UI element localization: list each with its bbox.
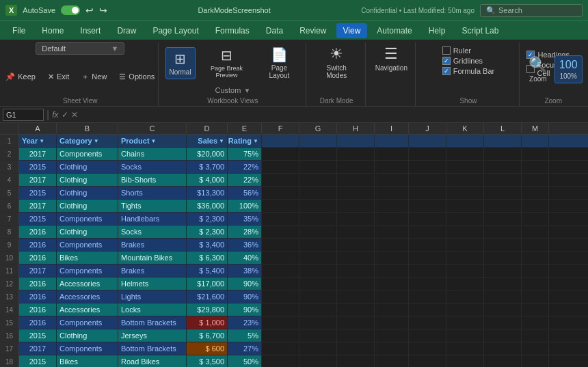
cell-l7[interactable] — [484, 213, 522, 225]
cell-i9[interactable] — [375, 239, 409, 251]
cell-c8[interactable]: Socks — [118, 226, 187, 238]
autosave-toggle[interactable] — [61, 5, 80, 15]
gridlines-checkbox[interactable]: ✓ — [442, 57, 451, 65]
undo-icon[interactable]: ↩ — [85, 5, 94, 16]
cell-a11[interactable]: 2017 — [19, 264, 57, 277]
cell-e10[interactable]: 40% — [228, 252, 262, 264]
cell-e11[interactable]: 38% — [228, 264, 262, 277]
cell-d10[interactable]: $ 6,300 — [187, 252, 228, 264]
cell-d6[interactable]: $36,000 — [187, 200, 228, 212]
cancel-icon[interactable]: ✕ — [71, 110, 78, 120]
cell-m13[interactable] — [522, 290, 549, 303]
cell-b9[interactable]: Components — [57, 239, 118, 251]
cell-a9[interactable]: 2016 — [19, 239, 57, 251]
cell-l18[interactable] — [484, 355, 522, 367]
cell-i10[interactable] — [375, 252, 409, 264]
cell-e15[interactable]: 23% — [228, 316, 262, 329]
navigation-btn[interactable]: ☰ Navigation — [371, 42, 412, 74]
cell-m4[interactable] — [522, 174, 549, 186]
cell-m18[interactable] — [522, 355, 549, 367]
cell-m8[interactable] — [522, 226, 549, 238]
cell-d2[interactable]: $20,000 — [187, 148, 228, 160]
cell-a8[interactable]: 2016 — [19, 226, 57, 238]
cell-m16[interactable] — [522, 329, 549, 342]
cell-m7[interactable] — [522, 213, 549, 225]
cell-h5[interactable] — [337, 187, 375, 199]
cell-f15[interactable] — [262, 316, 299, 329]
menu-help[interactable]: Help — [422, 23, 453, 38]
cell-h4[interactable] — [337, 174, 375, 186]
cell-k13[interactable] — [446, 290, 484, 303]
col-header-c[interactable]: C — [118, 123, 187, 134]
cell-h6[interactable] — [337, 200, 375, 212]
menu-draw[interactable]: Draw — [110, 23, 143, 38]
cell-a3[interactable]: 2015 — [19, 161, 57, 173]
cell-a14[interactable]: 2016 — [19, 303, 57, 316]
menu-home[interactable]: Home — [35, 23, 70, 38]
cell-e5[interactable]: 56% — [228, 187, 262, 199]
cell-c11[interactable]: Brakes — [118, 264, 187, 277]
cell-f5[interactable] — [262, 187, 299, 199]
cell-g1[interactable] — [299, 135, 337, 147]
cell-h13[interactable] — [337, 290, 375, 303]
new-btn[interactable]: ＋ New — [77, 70, 111, 83]
cell-m11[interactable] — [522, 264, 549, 277]
keep-btn[interactable]: 📌 Keep — [1, 71, 40, 83]
cell-k14[interactable] — [446, 303, 484, 316]
cell-c6[interactable]: Tights — [118, 200, 187, 212]
cell-l10[interactable] — [484, 252, 522, 264]
col-header-j[interactable]: J — [409, 123, 446, 134]
cell-f3[interactable] — [262, 161, 299, 173]
cell-c16[interactable]: Jerseys — [118, 329, 187, 342]
cell-g12[interactable] — [299, 277, 337, 290]
custom-views-btn[interactable]: Custom ▼ — [211, 85, 254, 96]
cell-d7[interactable]: $ 2,300 — [187, 213, 228, 225]
cell-b14[interactable]: Accessories — [57, 303, 118, 316]
cell-e8[interactable]: 28% — [228, 226, 262, 238]
cell-m17[interactable] — [522, 342, 549, 355]
cell-b8[interactable]: Clothing — [57, 226, 118, 238]
cell-a18[interactable]: 2015 — [19, 355, 57, 367]
cell-h2[interactable] — [337, 148, 375, 160]
cell-i12[interactable] — [375, 277, 409, 290]
page-layout-btn[interactable]: 📄 Page Layout — [258, 44, 301, 82]
cell-j11[interactable] — [409, 264, 446, 277]
cell-e2[interactable]: 75% — [228, 148, 262, 160]
cell-a6[interactable]: 2017 — [19, 200, 57, 212]
cell-i8[interactable] — [375, 226, 409, 238]
cell-j8[interactable] — [409, 226, 446, 238]
cell-m6[interactable] — [522, 200, 549, 212]
cell-h12[interactable] — [337, 277, 375, 290]
cell-f11[interactable] — [262, 264, 299, 277]
cell-g13[interactable] — [299, 290, 337, 303]
cell-a16[interactable]: 2015 — [19, 329, 57, 342]
cell-c14[interactable]: Locks — [118, 303, 187, 316]
cell-g8[interactable] — [299, 226, 337, 238]
cell-i13[interactable] — [375, 290, 409, 303]
cell-m15[interactable] — [522, 316, 549, 329]
cell-k18[interactable] — [446, 355, 484, 367]
cell-d15[interactable]: $ 1,000 — [187, 316, 228, 329]
cell-f16[interactable] — [262, 329, 299, 342]
cell-g16[interactable] — [299, 329, 337, 342]
cell-l17[interactable] — [484, 342, 522, 355]
cell-i5[interactable] — [375, 187, 409, 199]
cell-d8[interactable]: $ 2,300 — [187, 226, 228, 238]
options-btn[interactable]: ☰ Options — [115, 71, 159, 83]
cell-d3[interactable]: $ 3,700 — [187, 161, 228, 173]
cell-k9[interactable] — [446, 239, 484, 251]
cell-k1[interactable] — [446, 135, 484, 147]
cell-j12[interactable] — [409, 277, 446, 290]
cell-j3[interactable] — [409, 161, 446, 173]
cell-d17[interactable]: $ 600 — [187, 342, 228, 355]
cell-g4[interactable] — [299, 174, 337, 186]
cell-c10[interactable]: Mountain Bikes — [118, 252, 187, 264]
cell-h14[interactable] — [337, 303, 375, 316]
cell-f1[interactable] — [262, 135, 299, 147]
cell-k15[interactable] — [446, 316, 484, 329]
cell-f13[interactable] — [262, 290, 299, 303]
cell-c1[interactable]: Product ▼ — [118, 135, 187, 147]
cell-b2[interactable]: Components — [57, 148, 118, 160]
cell-l16[interactable] — [484, 329, 522, 342]
cell-c12[interactable]: Helmets — [118, 277, 187, 290]
